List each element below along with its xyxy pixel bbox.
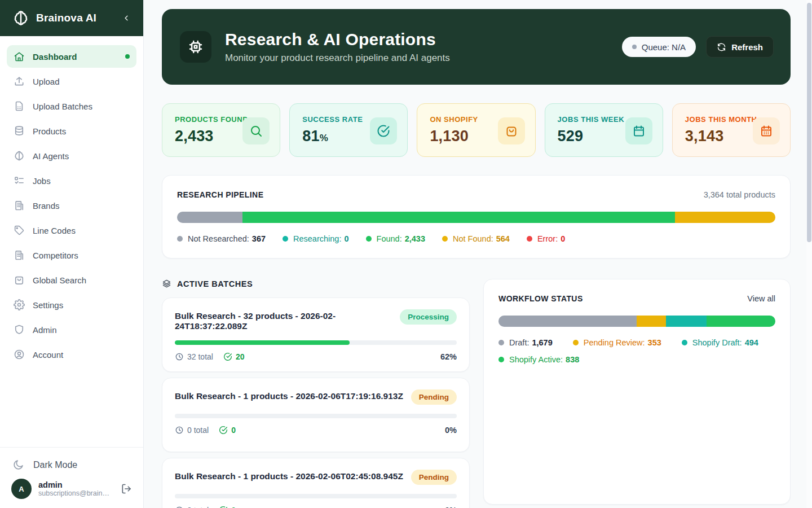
sidebar-item-label: Line Codes — [33, 226, 76, 235]
segment-not-researched — [177, 212, 242, 223]
brain-logo-icon — [12, 10, 29, 27]
batch-total: 0 total — [175, 426, 209, 435]
sidebar-item-ai-agents[interactable]: AI Agents — [7, 144, 136, 167]
segment-shopify-draft — [666, 316, 707, 327]
batch-done-count: 0 — [219, 506, 236, 508]
home-icon — [14, 51, 25, 62]
stat-value: 1,130 — [430, 128, 469, 144]
batch-card[interactable]: Bulk Research - 32 products - 2026-02-24… — [162, 297, 470, 372]
sidebar-item-label: Dashboard — [33, 52, 77, 62]
search-icon — [242, 117, 270, 144]
sidebar-item-account[interactable]: Account — [7, 343, 136, 366]
file-batch-icon — [14, 100, 25, 112]
sidebar-item-label: Global Search — [33, 275, 86, 285]
logout-icon — [121, 483, 132, 494]
queue-status-badge: Queue: N/A — [622, 37, 696, 57]
moon-icon — [12, 459, 24, 471]
check-circle-icon — [223, 352, 236, 361]
dark-mode-toggle[interactable]: Dark Mode — [11, 456, 132, 479]
sidebar-item-admin[interactable]: Admin — [7, 318, 136, 341]
sidebar-item-products[interactable]: Products — [7, 120, 136, 142]
brain-icon — [14, 150, 25, 161]
sidebar-item-label: Settings — [33, 300, 63, 310]
calendar-dots-icon — [753, 117, 780, 144]
refresh-label: Refresh — [731, 42, 763, 52]
batch-card[interactable]: Bulk Research - 1 products - 2026-02-06T… — [162, 458, 470, 508]
batch-progress-track — [175, 340, 457, 345]
sidebar-item-label: Upload Batches — [33, 102, 92, 111]
sidebar-item-label: Upload — [33, 77, 60, 86]
batch-progress-track — [175, 414, 457, 418]
shopping-bag-icon — [14, 274, 25, 286]
sidebar-item-global-search[interactable]: Global Search — [7, 269, 136, 291]
page-subtitle: Monitor your product research pipeline a… — [225, 52, 622, 64]
check-circle-icon — [219, 426, 231, 435]
segment-draft — [498, 316, 637, 327]
batch-card[interactable]: Bulk Research - 1 products - 2026-02-06T… — [162, 378, 470, 452]
sidebar: Brainova AI Dashboard Upload Upload Batc… — [0, 0, 144, 508]
stat-value: 3,143 — [685, 128, 724, 144]
view-all-link[interactable]: View all — [747, 294, 775, 303]
sidebar-item-label: Account — [33, 350, 63, 360]
segment-shopify-active — [707, 316, 775, 327]
check-circle-icon — [370, 117, 397, 144]
dark-mode-label: Dark Mode — [33, 460, 77, 470]
segment-pending-review — [637, 316, 666, 327]
sidebar-item-line-codes[interactable]: Line Codes — [7, 219, 136, 242]
logout-button[interactable] — [121, 483, 132, 494]
legend-item: Error:0 — [527, 234, 565, 243]
batch-title: Bulk Research - 1 products - 2026-02-06T… — [175, 389, 403, 401]
sidebar-header: Brainova AI — [0, 0, 143, 36]
building-icon — [14, 200, 25, 211]
batch-total: 32 total — [175, 352, 213, 361]
building-icon — [14, 249, 25, 261]
main-content: Research & AI Operations Monitor your pr… — [144, 0, 812, 508]
user-profile: A admin subscriptions@brainov... — [11, 479, 132, 499]
cpu-chip-icon — [180, 31, 211, 63]
legend-item: Shopify Active:838 — [498, 355, 579, 364]
legend-item: Not Found:564 — [442, 234, 510, 243]
pipeline-progress-bar — [177, 212, 775, 223]
pipeline-legend: Not Researched:367 Researching:0 Found:2… — [177, 234, 775, 243]
check-circle-icon — [219, 506, 231, 508]
stat-card-jobs-this-month: JOBS THIS MONTH 3,143 — [672, 103, 791, 157]
clock-icon — [175, 352, 187, 361]
upload-icon — [14, 76, 25, 87]
batch-title: Bulk Research - 1 products - 2026-02-06T… — [175, 470, 403, 481]
sidebar-item-label: Products — [33, 126, 66, 136]
sidebar-item-brands[interactable]: Brands — [7, 194, 136, 217]
legend-item: Shopify Draft:494 — [682, 338, 758, 347]
shopping-bag-icon — [498, 117, 525, 144]
user-email: subscriptions@brainov... — [38, 489, 112, 497]
pipeline-total: 3,364 total products — [704, 190, 775, 199]
sidebar-item-label: Admin — [33, 325, 57, 335]
sidebar-item-upload[interactable]: Upload — [7, 70, 136, 93]
sidebar-nav: Dashboard Upload Upload Batches Products… — [0, 36, 143, 447]
batch-percent: 62% — [440, 352, 457, 361]
queue-label: Queue: N/A — [642, 42, 686, 52]
workflow-title: WORKFLOW STATUS — [498, 294, 583, 303]
layers-icon — [162, 279, 171, 288]
queue-dot — [632, 45, 637, 49]
sidebar-item-dashboard[interactable]: Dashboard — [7, 45, 136, 68]
batch-title: Bulk Research - 32 products - 2026-02-24… — [175, 309, 393, 331]
legend-item: Researching:0 — [283, 234, 349, 243]
sidebar-item-jobs[interactable]: Jobs — [7, 169, 136, 192]
sidebar-item-settings[interactable]: Settings — [7, 294, 136, 316]
page-title: Research & AI Operations — [225, 30, 622, 49]
sidebar-item-upload-batches[interactable]: Upload Batches — [7, 95, 136, 117]
sidebar-item-label: Competitors — [33, 251, 78, 260]
batch-done-count: 20 — [223, 352, 245, 361]
refresh-icon — [717, 42, 731, 52]
batch-status-badge: Pending — [411, 470, 457, 485]
scrollbar-thumb[interactable] — [807, 3, 811, 242]
sidebar-collapse-button[interactable] — [120, 11, 133, 25]
segment-not-found — [675, 212, 775, 223]
sidebar-item-competitors[interactable]: Competitors — [7, 244, 136, 266]
batch-status-badge: Processing — [400, 309, 457, 325]
research-pipeline-card: RESEARCH PIPELINE 3,364 total products N… — [162, 175, 791, 259]
batch-percent: 0% — [445, 426, 457, 435]
active-batches-title: ACTIVE BATCHES — [177, 279, 253, 288]
refresh-button[interactable]: Refresh — [706, 36, 774, 58]
calendar-icon — [625, 117, 652, 144]
